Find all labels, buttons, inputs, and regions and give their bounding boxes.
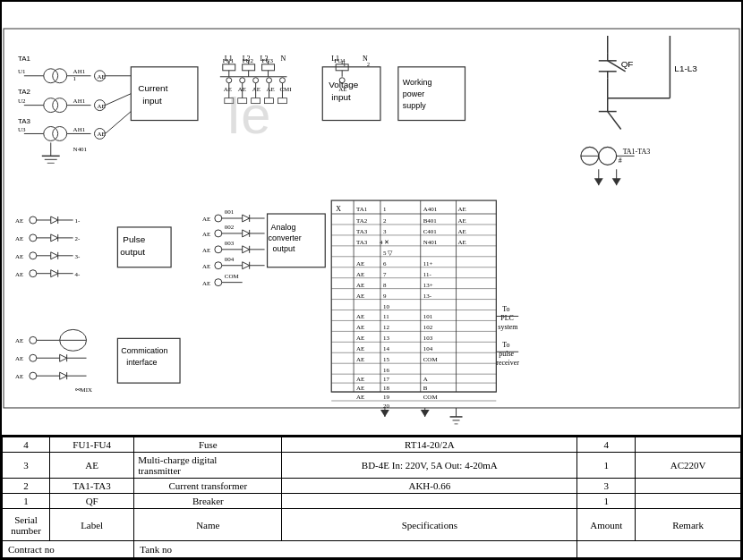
svg-text:Commication: Commication — [121, 346, 167, 355]
spec-cell: BD-4E In: 220V, 5A Out: 4-20mA — [282, 453, 577, 479]
amount-cell: 3 — [577, 479, 636, 494]
svg-text:AE: AE — [458, 239, 466, 246]
svg-text:1-: 1- — [75, 217, 81, 225]
serial-cell: 3 — [3, 453, 50, 479]
svg-text:⚯MIX: ⚯MIX — [75, 386, 93, 394]
tank-field: Tank no — [134, 541, 577, 558]
serial-header: Serialnumber — [3, 509, 50, 541]
svg-text:13-: 13- — [423, 293, 432, 300]
label-cell: TA1-TA3 — [50, 479, 134, 494]
svg-rect-34 — [131, 67, 198, 121]
svg-text:11+: 11+ — [423, 260, 433, 267]
label-cell: AE — [50, 453, 134, 479]
svg-text:AH1: AH1 — [73, 98, 86, 105]
svg-text:103: 103 — [423, 335, 433, 342]
svg-point-3 — [53, 69, 67, 83]
svg-text:AE: AE — [15, 337, 23, 344]
svg-point-61 — [279, 78, 285, 83]
svg-text:#: # — [619, 157, 622, 165]
svg-text:TA3: TA3 — [18, 117, 31, 125]
svg-point-59 — [253, 78, 259, 83]
svg-text:TA3: TA3 — [356, 228, 368, 235]
svg-text:AE: AE — [202, 280, 210, 287]
svg-text:12: 12 — [383, 324, 389, 331]
svg-text:AE: AE — [202, 216, 210, 223]
remark-cell: AC220V — [636, 453, 741, 479]
svg-text:input: input — [142, 96, 162, 106]
name-header: Name — [134, 509, 282, 541]
svg-text:2-: 2- — [75, 235, 81, 242]
label-cell: QF — [50, 494, 134, 509]
svg-text:AE: AE — [15, 271, 23, 278]
svg-text:AE: AE — [458, 228, 466, 235]
svg-text:AE: AE — [356, 293, 364, 300]
svg-rect-0 — [4, 29, 739, 408]
svg-text:AE: AE — [15, 253, 23, 260]
svg-marker-121 — [51, 216, 58, 224]
svg-text:002: 002 — [225, 224, 235, 231]
svg-text:004: 004 — [225, 256, 235, 263]
svg-text:COM: COM — [423, 356, 438, 363]
svg-marker-275 — [380, 410, 389, 417]
svg-text:TA1: TA1 — [18, 55, 31, 63]
svg-text:TA3: TA3 — [356, 239, 368, 246]
svg-text:FU1: FU1 — [223, 57, 235, 64]
svg-marker-175 — [243, 246, 250, 253]
svg-point-58 — [240, 78, 245, 83]
svg-text:AE: AE — [458, 217, 466, 225]
spec-cell — [282, 494, 577, 509]
svg-text:AE: AE — [356, 260, 364, 267]
svg-text:X: X — [336, 205, 341, 213]
svg-text:output: output — [120, 247, 145, 257]
table-row: 1 QF Breaker 1 — [3, 494, 741, 509]
svg-text:Current: Current — [138, 83, 167, 93]
svg-text:AE: AE — [97, 131, 105, 138]
svg-point-166 — [215, 279, 222, 286]
svg-text:16: 16 — [383, 367, 389, 374]
svg-text:Analog: Analog — [271, 223, 296, 232]
svg-rect-48 — [243, 64, 255, 71]
svg-text:AE: AE — [458, 206, 466, 213]
name-cell: Breaker — [134, 494, 282, 509]
svg-text:11: 11 — [383, 313, 389, 320]
svg-text:AE: AE — [202, 247, 210, 254]
svg-text:13+: 13+ — [423, 282, 433, 289]
amount-header: Amount — [577, 509, 636, 541]
svg-text:AE: AE — [356, 394, 364, 401]
svg-text:CMI: CMI — [279, 86, 292, 93]
svg-text:QF: QF — [621, 59, 634, 69]
svg-text:AE: AE — [356, 324, 364, 331]
bom-table: 4 FU1-FU4 Fuse RT14-20/2A 4 3 AE Multi-c… — [2, 437, 741, 558]
svg-text:COM: COM — [423, 394, 438, 401]
serial-cell: 2 — [3, 479, 50, 494]
remark-cell — [636, 479, 741, 494]
svg-point-158 — [215, 246, 222, 253]
svg-text:104: 104 — [423, 345, 433, 352]
svg-text:AE: AE — [356, 282, 364, 289]
svg-text:U2: U2 — [18, 98, 26, 105]
svg-rect-52 — [262, 64, 275, 71]
name-cell: Multi-charge digitaltransmitter — [134, 453, 282, 479]
svg-text:3-: 3- — [75, 253, 81, 260]
amount-cell: 1 — [577, 494, 636, 509]
svg-text:AE: AE — [356, 335, 364, 342]
svg-text:U1: U1 — [18, 68, 26, 75]
svg-text:15: 15 — [383, 356, 389, 363]
svg-point-154 — [215, 230, 222, 237]
svg-text:C401: C401 — [423, 228, 438, 235]
svg-text:AE: AE — [202, 263, 210, 270]
svg-text:10: 10 — [383, 303, 389, 310]
svg-text:AE: AE — [356, 385, 364, 392]
remark-header: Remark — [636, 509, 741, 541]
svg-text:N401: N401 — [73, 146, 88, 153]
svg-marker-128 — [51, 234, 58, 242]
svg-text:AE: AE — [356, 313, 364, 320]
svg-text:1: 1 — [343, 62, 346, 67]
svg-point-17 — [44, 126, 58, 140]
svg-point-288 — [30, 354, 37, 361]
svg-text:U3: U3 — [18, 126, 26, 133]
diagram-area: TA1 U1 AH1 1 TA2 U2 AH1 TA3 U3 AH1 AE — [2, 2, 741, 436]
svg-text:11-: 11- — [423, 271, 432, 278]
svg-point-2 — [44, 69, 58, 83]
svg-text:N401: N401 — [423, 239, 438, 246]
